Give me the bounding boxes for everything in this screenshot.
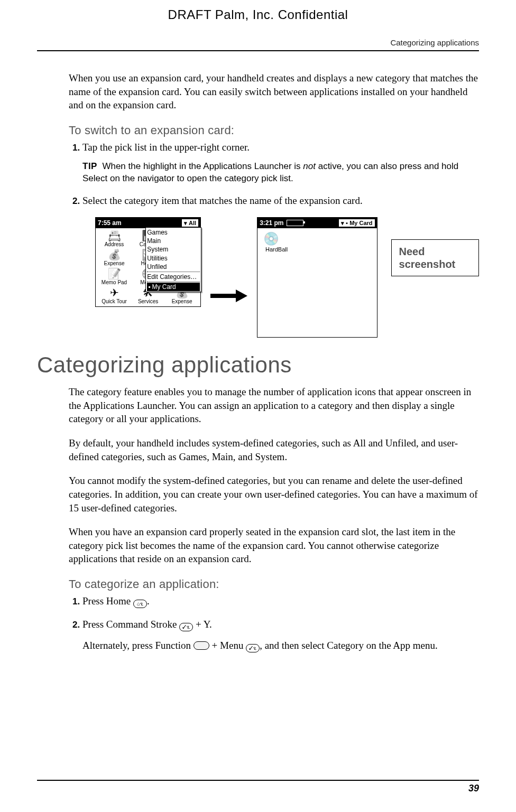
para-b: By default, your handheld includes syste… xyxy=(69,436,479,463)
category-selected: ▪My Card xyxy=(147,283,200,291)
app-icon: 💰Expense xyxy=(98,249,131,266)
step-2-1: Press Home ⌂ፂ. xyxy=(82,594,479,608)
svg-marker-1 xyxy=(236,290,247,302)
subhead-switch-card: To switch to an expansion card: xyxy=(69,124,479,137)
screenshot2-titlebar: 3:21 pm ▾ ▪My Card xyxy=(257,218,376,228)
screenshot-card-view: 3:21 pm ▾ ▪My Card 💿 HardBall xyxy=(257,217,377,338)
para-c: You cannot modify the system-defined cat… xyxy=(69,474,479,515)
command-stroke-icon: ✓ፂ xyxy=(179,623,193,631)
hardball-icon: 💿 xyxy=(261,231,282,246)
screenshot2-picklist: ▾ ▪My Card xyxy=(339,219,374,227)
draft-watermark: DRAFT Palm, Inc. Confidential xyxy=(37,7,479,22)
subhead-categorize: To categorize an application: xyxy=(69,577,479,591)
step-1-1: Tap the pick list in the upper-right cor… xyxy=(82,141,479,185)
app-icon: 📇Address xyxy=(98,230,131,247)
app-label: HardBall xyxy=(265,246,288,253)
battery-icon xyxy=(287,220,303,226)
screenshot1-picklist: ▾ All xyxy=(182,219,198,227)
need-screenshot-note: Need screenshot xyxy=(391,239,479,276)
menu-key-icon: ✓ፂ xyxy=(246,644,260,652)
page-number: 39 xyxy=(468,783,479,794)
app-entry: 💿 HardBall xyxy=(261,231,292,253)
section-heading: Categorizing applications xyxy=(37,352,479,378)
page-footer: 39 xyxy=(37,780,479,794)
tip-label: TIP xyxy=(82,161,97,171)
tip-block: TIP When the highlight in the Applicatio… xyxy=(82,161,479,185)
function-key-icon xyxy=(194,641,209,650)
running-header: Categorizing applications xyxy=(37,38,479,51)
step-1-2-text: Select the category item that matches th… xyxy=(82,195,363,206)
step-1-1-text: Tap the pick list in the upper-right cor… xyxy=(82,142,250,153)
tip-text-a: When the highlight in the Applications L… xyxy=(102,161,303,171)
card-icon: ▪ xyxy=(148,283,150,291)
category-dropdown: Games Main System Utilities Unfiled Edit… xyxy=(145,227,201,292)
home-key-icon: ⌂ፂ xyxy=(133,600,147,608)
para-d: When you have an expansion card properly… xyxy=(69,525,479,566)
tip-not: not xyxy=(303,161,316,171)
step-2-2: Press Command Stroke ✓ፂ + Y. Alternately… xyxy=(82,618,479,652)
step-1-2: Select the category item that matches th… xyxy=(82,194,479,208)
para-a: The category feature enables you to mana… xyxy=(69,385,479,426)
screenshot-launcher: 7:55 am ▾ All 📇Address 💾Card In — 💰Expen… xyxy=(95,217,201,307)
screenshot1-titlebar: 7:55 am ▾ All xyxy=(96,218,200,228)
app-icon: ✈Quick Tour xyxy=(98,287,131,304)
intro-paragraph: When you use an expansion card, your han… xyxy=(69,71,479,112)
screenshot1-time: 7:55 am xyxy=(98,219,122,227)
arrow-right-icon xyxy=(210,290,247,302)
app-icon: 📝Memo Pad xyxy=(98,268,131,285)
screenshot2-time: 3:21 pm xyxy=(260,219,283,227)
